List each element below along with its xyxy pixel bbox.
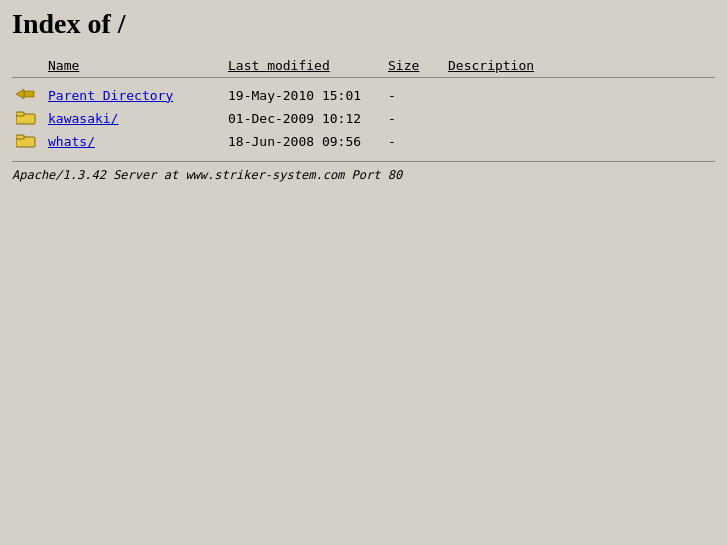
svg-rect-0: [24, 91, 34, 97]
back-icon: [16, 86, 36, 102]
row-icon-cell: [12, 130, 44, 153]
row-name: whats/: [44, 130, 224, 153]
icon-col-header: [12, 56, 44, 78]
row-icon-cell: [12, 107, 44, 130]
row-size: -: [384, 107, 444, 130]
col-sort-date[interactable]: Last modified: [228, 58, 330, 73]
folder-icon: [16, 132, 36, 148]
svg-rect-3: [16, 112, 24, 116]
col-sort-desc[interactable]: Description: [448, 58, 534, 73]
row-description: [444, 84, 715, 107]
row-description: [444, 130, 715, 153]
col-header-desc: Description: [444, 56, 715, 78]
svg-marker-1: [16, 89, 24, 99]
row-size: -: [384, 130, 444, 153]
row-date: 19-May-2010 15:01: [224, 84, 384, 107]
row-description: [444, 107, 715, 130]
row-icon-cell: [12, 84, 44, 107]
row-name: Parent Directory: [44, 84, 224, 107]
folder-icon: [16, 109, 36, 125]
row-link[interactable]: Parent Directory: [48, 88, 173, 103]
table-row: whats/18-Jun-2008 09:56-: [12, 130, 715, 153]
row-date: 18-Jun-2008 09:56: [224, 130, 384, 153]
row-size: -: [384, 84, 444, 107]
table-row: Parent Directory19-May-2010 15:01-: [12, 84, 715, 107]
directory-table: Name Last modified Size Description Pare…: [12, 56, 715, 153]
col-sort-size[interactable]: Size: [388, 58, 419, 73]
server-footer: Apache/1.3.42 Server at www.striker-syst…: [12, 168, 715, 182]
col-sort-name[interactable]: Name: [48, 58, 79, 73]
row-link[interactable]: kawasaki/: [48, 111, 118, 126]
row-name: kawasaki/: [44, 107, 224, 130]
bottom-divider: [12, 161, 715, 162]
page-title: Index of /: [12, 8, 715, 40]
table-row: kawasaki/01-Dec-2009 10:12-: [12, 107, 715, 130]
row-date: 01-Dec-2009 10:12: [224, 107, 384, 130]
svg-rect-5: [16, 135, 24, 139]
col-header-name: Name: [44, 56, 224, 78]
row-link[interactable]: whats/: [48, 134, 95, 149]
col-header-size: Size: [384, 56, 444, 78]
col-header-date: Last modified: [224, 56, 384, 78]
